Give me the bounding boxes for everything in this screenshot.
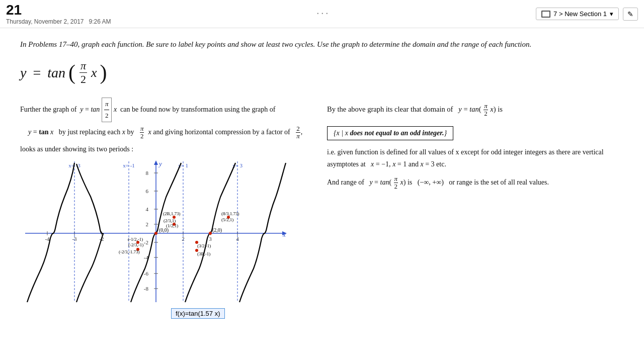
svg-point-40 [154, 232, 157, 235]
svg-text:6: 6 [146, 188, 149, 194]
left-column: Further the graph of y = tan π 2 x can b… [20, 98, 317, 310]
svg-text:(8/3,1.73): (8/3,1.73) [221, 211, 239, 216]
edit-button[interactable]: ✎ [623, 8, 638, 21]
svg-text:(2,0): (2,0) [212, 227, 222, 233]
range-text: And range of y = tan( π2 x) is (−∞, +∞) … [327, 175, 624, 191]
ellipsis-menu[interactable]: ··· [316, 8, 330, 20]
svg-text:-6: -6 [144, 270, 149, 277]
svg-text:2: 2 [146, 221, 149, 227]
page-number-area: 21 Thursday, November 2, 2017 9:26 AM [6, 3, 111, 25]
main-equation: y = tan ( π 2 x ) [20, 59, 624, 86]
top-right-controls: 7 > New Section 1 ▾ ✎ [536, 8, 638, 21]
svg-text:(-2/3,-1): (-2/3,-1) [128, 242, 143, 247]
svg-text:3: 3 [209, 236, 212, 242]
section-button[interactable]: 7 > New Section 1 ▾ [536, 8, 619, 20]
page-date: Thursday, November 2, 2017 9:26 AM [6, 18, 111, 25]
problem-instruction: In Problems 17–40, graph each function. … [20, 38, 574, 50]
page-number: 21 [6, 3, 111, 18]
svg-text:(3/2,-1): (3/2,-1) [197, 243, 211, 248]
main-content: In Problems 17–40, graph each function. … [0, 28, 644, 362]
svg-text:(2B,1.73): (2B,1.73) [163, 211, 181, 216]
svg-text:(2/3,1): (2/3,1) [164, 218, 176, 223]
graph-svg: y x 8 6 4 2 [20, 159, 292, 307]
domain-box: {x | x does not equal to an odd integer.… [327, 126, 453, 140]
further-text-3: looks as under showing its two periods : [20, 143, 317, 155]
graph-container: y x 8 6 4 2 [20, 159, 292, 310]
svg-marker-1 [154, 160, 158, 165]
top-bar: 21 Thursday, November 2, 2017 9:26 AM ··… [0, 0, 644, 28]
further-text-2: y = tan x by just replacing each x by π2… [20, 125, 317, 140]
svg-text:(1/2,1): (1/2,1) [166, 223, 178, 228]
svg-text:(-1/2,-1): (-1/2,-1) [128, 237, 143, 242]
ie-text: i.e. given function is defined for all v… [327, 146, 624, 170]
x-axis-label: x [282, 231, 286, 238]
svg-text:-4: -4 [45, 236, 50, 242]
svg-text:(5/2,1): (5/2,1) [221, 217, 233, 222]
svg-text:-2: -2 [144, 239, 148, 245]
svg-text:8: 8 [146, 170, 149, 176]
svg-text:4: 4 [146, 206, 149, 212]
function-box: f(x)=tan(1.57 x) [171, 308, 225, 319]
domain-intro-text: By the above graph its clear that domain… [327, 103, 624, 118]
further-text-1: Further the graph of y = tan π 2 x can b… [20, 98, 317, 122]
svg-text:x= -1: x= -1 [123, 162, 135, 168]
two-column-layout: Further the graph of y = tan π 2 x can b… [20, 98, 624, 310]
right-column: By the above graph its clear that domain… [327, 98, 624, 191]
chevron-down-icon: ▾ [610, 10, 613, 18]
notebook-icon [541, 11, 550, 18]
svg-text:-8: -8 [144, 286, 149, 292]
section-label: 7 > New Section 1 [553, 10, 607, 18]
svg-text:(3B,-1): (3B,-1) [197, 251, 210, 256]
y-axis-label: y [158, 160, 162, 167]
svg-point-55 [209, 232, 212, 235]
svg-text:(-2/3,-1.73): (-2/3,-1.73) [119, 249, 140, 254]
